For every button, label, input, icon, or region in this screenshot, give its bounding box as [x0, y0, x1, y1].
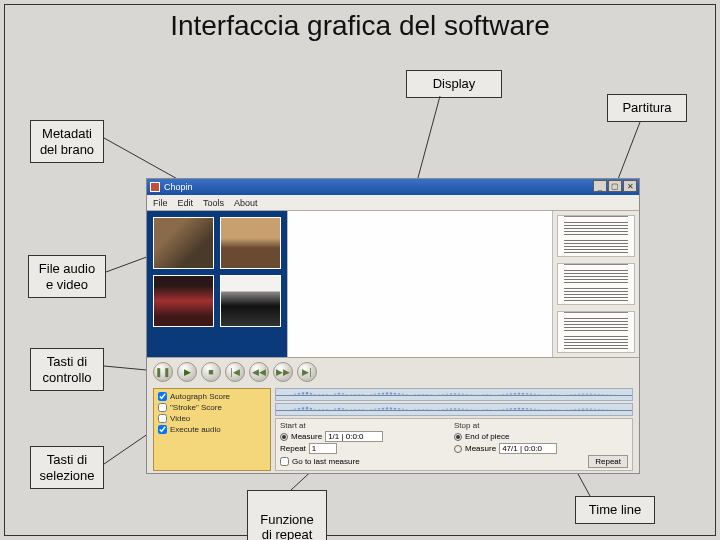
check-autograph[interactable]: Autograph Score	[158, 392, 266, 401]
pause-button[interactable]: ❚❚	[153, 362, 173, 382]
thumb-performers[interactable]	[153, 275, 214, 327]
label-file-av: File audio e video	[28, 255, 106, 298]
transport-controls: ❚❚ ▶ ■ |◀ ◀◀ ▶▶ ▶|	[147, 358, 639, 386]
score-page-3[interactable]	[557, 311, 635, 353]
label-tasti-selezione: Tasti di selezione	[30, 446, 104, 489]
menu-about[interactable]: About	[234, 198, 258, 208]
repeat-panel: Start at Stop at Measure 1/1 | 0:0:0 End…	[275, 418, 633, 471]
start-measure-field[interactable]: 1/1 | 0:0:0	[325, 431, 383, 442]
check-audio[interactable]: Execute audio	[158, 425, 266, 434]
menu-file[interactable]: File	[153, 198, 168, 208]
next-button[interactable]: ▶|	[297, 362, 317, 382]
stop-at-label: Stop at	[454, 421, 628, 430]
rewind-button[interactable]: ◀◀	[249, 362, 269, 382]
app-icon	[150, 182, 160, 192]
display-area	[287, 211, 553, 357]
thumb-painting[interactable]	[220, 217, 281, 269]
titlebar: Chopin _ ▢ ✕	[147, 179, 639, 195]
start-at-label: Start at	[280, 421, 454, 430]
label-funzione-repeat: Funzione di repeat	[247, 490, 327, 540]
app-title: Chopin	[164, 182, 193, 192]
check-video[interactable]: Video	[158, 414, 266, 423]
repeat-count-row: Repeat 1	[280, 443, 454, 454]
menu-tools[interactable]: Tools	[203, 198, 224, 208]
waveform-2[interactable]	[275, 403, 633, 416]
forward-button[interactable]: ▶▶	[273, 362, 293, 382]
menu-edit[interactable]: Edit	[178, 198, 194, 208]
score-page-1[interactable]	[557, 215, 635, 257]
repeat-button[interactable]: Repeat	[588, 455, 628, 468]
play-button[interactable]: ▶	[177, 362, 197, 382]
end-of-piece-row: End of piece	[454, 431, 628, 442]
repeat-count-field[interactable]: 1	[309, 443, 337, 454]
label-metadati: Metadati del brano	[30, 120, 104, 163]
maximize-button[interactable]: ▢	[608, 180, 622, 192]
minimize-button[interactable]: _	[593, 180, 607, 192]
label-display: Display	[406, 70, 502, 98]
thumb-piano[interactable]	[220, 275, 281, 327]
radio-start-measure[interactable]	[280, 433, 288, 441]
start-measure-row: Measure 1/1 | 0:0:0	[280, 431, 454, 442]
score-panel	[553, 211, 639, 357]
label-partitura: Partitura	[607, 94, 687, 122]
prev-button[interactable]: |◀	[225, 362, 245, 382]
check-stroke[interactable]: "Stroke" Score	[158, 403, 266, 412]
stop-button[interactable]: ■	[201, 362, 221, 382]
menubar: File Edit Tools About	[147, 195, 639, 211]
app-window: Chopin _ ▢ ✕ File Edit Tools About	[146, 178, 640, 474]
selection-checks: Autograph Score "Stroke" Score Video Exe…	[153, 388, 271, 471]
stop-measure-field[interactable]: 47/1 | 0:0:0	[499, 443, 557, 454]
go-last-measure-row[interactable]: Go to last measure	[280, 455, 454, 468]
slide-title: Interfaccia grafica del software	[0, 10, 720, 42]
stop-measure-row: Measure 47/1 | 0:0:0	[454, 443, 628, 454]
waveform-1[interactable]	[275, 388, 633, 401]
thumb-portrait[interactable]	[153, 217, 214, 269]
radio-stop-measure[interactable]	[454, 445, 462, 453]
timeline-waveforms[interactable]	[275, 388, 633, 416]
label-tasti-controllo: Tasti di controllo	[30, 348, 104, 391]
close-button[interactable]: ✕	[623, 180, 637, 192]
radio-end-of-piece[interactable]	[454, 433, 462, 441]
media-thumbnails	[147, 211, 287, 357]
score-page-2[interactable]	[557, 263, 635, 305]
label-timeline: Time line	[575, 496, 655, 524]
